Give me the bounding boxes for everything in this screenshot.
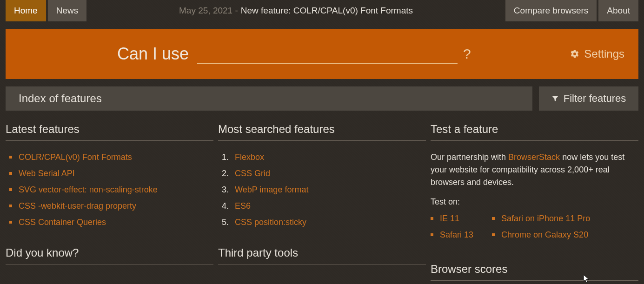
latest-list: COLR/CPAL(v0) Font Formats Web Serial AP… (6, 151, 213, 229)
test-col1: IE 11 Safari 13 (431, 212, 473, 245)
nav-compare[interactable]: Compare browsers (505, 0, 597, 21)
list-item: 1.Flexbox (222, 151, 426, 164)
funnel-icon (551, 95, 559, 102)
nav-news[interactable]: News (48, 0, 87, 21)
list-item: Web Serial API (9, 167, 213, 180)
col-most: Most searched features 1.Flexbox 2.CSS G… (218, 123, 426, 284)
list-item: CSS -webkit-user-drag property (9, 200, 213, 212)
nav-home[interactable]: Home (6, 0, 46, 21)
rank: 2. (222, 167, 230, 180)
feature-link[interactable]: SVG vector-effect: non-scaling-stroke (19, 185, 158, 194)
test-grid: IE 11 Safari 13 Safari on iPhone 11 Pro … (431, 212, 638, 245)
list-item: 3.WebP image format (222, 184, 426, 196)
most-list: 1.Flexbox 2.CSS Grid 3.WebP image format… (218, 151, 426, 229)
settings-label: Settings (584, 47, 624, 60)
list-item: 5.CSS position:sticky (222, 216, 426, 229)
filter-button[interactable]: Filter features (539, 86, 638, 111)
news-date: May 25, 2021 - (179, 6, 238, 16)
test-on-label: Test on: (431, 197, 638, 207)
content-columns: Latest features COLR/CPAL(v0) Font Forma… (6, 123, 638, 284)
news-text: New feature: COLR/CPAL(v0) Font Formats (241, 6, 413, 16)
list-item: IE 11 (431, 212, 473, 225)
list-item: COLR/CPAL(v0) Font Formats (9, 151, 213, 164)
feature-link[interactable]: Flexbox (235, 151, 264, 164)
test-link[interactable]: Safari 13 (440, 230, 473, 239)
feature-link[interactable]: WebP image format (235, 184, 308, 196)
nav-right: Compare browsers About (505, 0, 638, 21)
feature-link[interactable]: CSS Container Queries (19, 218, 106, 227)
feature-link[interactable]: CSS -webkit-user-drag property (19, 201, 136, 211)
latest-heading: Latest features (6, 123, 213, 141)
list-item: SVG vector-effect: non-scaling-stroke (9, 184, 213, 196)
thirdparty-heading: Third party tools (218, 246, 426, 264)
list-item: Safari on iPhone 11 Pro (492, 212, 590, 225)
test-col2: Safari on iPhone 11 Pro Chrome on Galaxy… (492, 212, 590, 245)
feature-link[interactable]: ES6 (235, 200, 251, 212)
didyouknow-heading: Did you know? (6, 246, 213, 264)
filter-label: Filter features (564, 92, 626, 105)
test-heading: Test a feature (431, 123, 638, 141)
col-test: Test a feature Our partnership with Brow… (431, 123, 638, 284)
rank: 5. (222, 216, 230, 229)
browserstack-link[interactable]: BrowserStack (508, 152, 560, 162)
list-item: 4.ES6 (222, 200, 426, 212)
index-row: Index of features Filter features (6, 86, 638, 111)
partnership-text: Our partnership with BrowserStack now le… (431, 151, 638, 189)
help-icon[interactable]: ? (463, 46, 471, 62)
index-title: Index of features (6, 86, 532, 111)
settings-button[interactable]: Settings (570, 47, 624, 60)
nav-about[interactable]: About (598, 0, 638, 21)
list-item: CSS Container Queries (9, 216, 213, 229)
feature-link[interactable]: Web Serial API (19, 169, 75, 178)
list-item: 2.CSS Grid (222, 167, 426, 180)
nav-left: Home News (6, 0, 86, 21)
text-pre: Our partnership with (431, 152, 508, 162)
rank: 3. (222, 184, 230, 196)
rank: 4. (222, 200, 230, 212)
feature-link[interactable]: CSS position:sticky (235, 216, 306, 229)
list-item: Safari 13 (431, 229, 473, 241)
search-band: Can I use ? Settings (6, 29, 638, 79)
col-latest: Latest features COLR/CPAL(v0) Font Forma… (6, 123, 213, 284)
gear-icon (570, 49, 579, 59)
most-heading: Most searched features (218, 123, 426, 141)
brand-text: Can I use (117, 44, 189, 64)
test-link[interactable]: IE 11 (440, 214, 459, 223)
rank: 1. (222, 151, 230, 164)
list-item: Chrome on Galaxy S20 (492, 229, 590, 241)
feature-link[interactable]: COLR/CPAL(v0) Font Formats (19, 152, 132, 162)
scores-heading: Browser scores (431, 263, 638, 281)
top-nav: Home News May 25, 2021 - New feature: CO… (0, 0, 644, 21)
test-link[interactable]: Chrome on Galaxy S20 (501, 230, 588, 239)
search-input[interactable] (197, 44, 458, 64)
feature-link[interactable]: CSS Grid (235, 167, 270, 180)
test-link[interactable]: Safari on iPhone 11 Pro (501, 214, 590, 223)
news-ticker[interactable]: May 25, 2021 - New feature: COLR/CPAL(v0… (88, 0, 504, 21)
